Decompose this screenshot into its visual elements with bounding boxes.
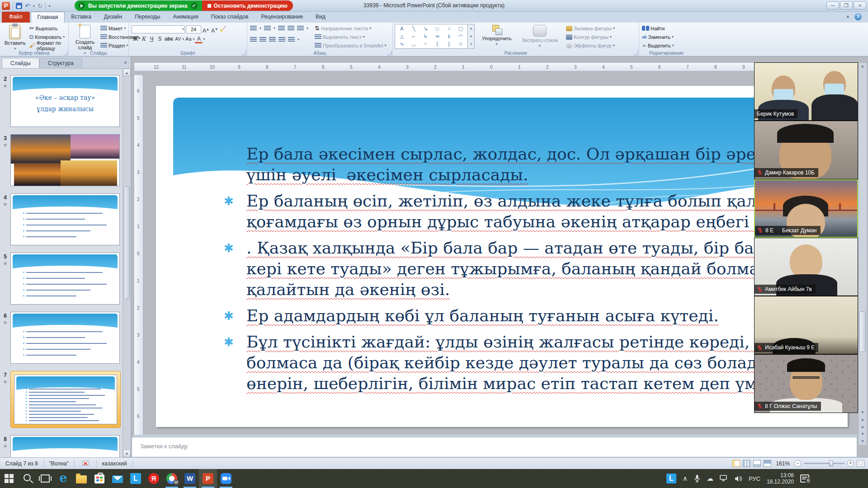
clear-formatting-button[interactable]: 🧹 — [219, 25, 227, 33]
participant-tile[interactable]: 8 ЕБекзат Думан — [754, 179, 858, 238]
participant-tile[interactable]: Амитбек Айбын 7в — [754, 238, 858, 296]
slideshow-view-button[interactable] — [764, 460, 771, 467]
curve-shape-icon[interactable]: ◡ — [408, 40, 420, 48]
strikethrough-button[interactable]: abc — [164, 35, 174, 43]
scrollbar-thumb[interactable] — [859, 311, 866, 352]
shape-fill-button[interactable]: Заливка фигуры▾ — [565, 24, 616, 33]
participant-tile[interactable]: Исабай Куаныш 9 Е — [754, 296, 858, 354]
action-center-icon[interactable]: 6 — [800, 474, 809, 483]
reading-view-button[interactable] — [753, 460, 761, 467]
right-arrow-shape-icon[interactable]: ⇒ — [431, 33, 443, 40]
participant-tile[interactable]: Дамир Какаров 10Б — [754, 121, 858, 179]
arrange-button[interactable]: Упорядочить ▾ — [479, 24, 514, 47]
text-direction-button[interactable]: ⇅Направление текста▾ — [314, 24, 387, 33]
close-panel-icon[interactable]: × — [124, 60, 127, 66]
align-left-button[interactable] — [250, 37, 257, 42]
line-shape-icon[interactable]: ╲ — [408, 25, 420, 33]
slide-thumbnail-7[interactable] — [14, 375, 117, 424]
zoom-level[interactable]: 161% — [776, 460, 790, 467]
grow-font-button[interactable]: А▲ — [202, 25, 210, 33]
scroll-up-icon[interactable]: ▲ — [123, 69, 131, 76]
tray-lightshot-icon[interactable]: L — [666, 474, 676, 483]
taskbar-word-button[interactable]: W — [181, 469, 199, 488]
taskbar-yandex-button[interactable]: Я — [145, 469, 163, 488]
participant-tile[interactable]: 8 Г Олжас Санатұлы — [754, 354, 858, 413]
tab-Показ слайдов[interactable]: Показ слайдов — [205, 12, 255, 23]
smartart-button[interactable]: Преобразовать в SmartArt▾ — [314, 41, 387, 50]
taskbar-mail-button[interactable] — [108, 469, 127, 488]
zoom-slider-thumb[interactable] — [829, 460, 833, 466]
triangle-shape-icon[interactable]: △ — [396, 33, 408, 40]
bold-button[interactable]: Ж — [132, 35, 139, 43]
minimize-button[interactable]: ─ — [826, 1, 839, 9]
scrollbar-thumb[interactable] — [124, 186, 130, 299]
arrow-shape-icon[interactable]: ↘ — [420, 25, 431, 33]
slide-thumbnail-3[interactable] — [10, 134, 120, 186]
slide-canvas[interactable]: ✱Ер бала әкесімен сырлас, жолдас, дос. О… — [156, 86, 848, 427]
spellcheck-status[interactable] — [75, 460, 97, 468]
align-center-button[interactable] — [259, 37, 266, 42]
tray-network-icon[interactable] — [720, 475, 728, 482]
numbering-button[interactable] — [264, 26, 271, 31]
dialog-launcher-icon[interactable] — [634, 51, 638, 55]
align-text-button[interactable]: Выровнять текст▾ — [314, 33, 387, 41]
select-button[interactable]: ➢Выделить▾ — [641, 41, 692, 50]
cut-button[interactable]: ✂Вырезать — [28, 24, 66, 33]
onedrive-cloud-icon[interactable]: ☁ — [707, 474, 713, 483]
slide-scrollbar[interactable]: ▲ ▼ ▲▲ ▼▼ — [858, 62, 867, 446]
undo-icon[interactable]: ↶ — [25, 3, 30, 9]
arc-shape-icon[interactable]: ◠ — [455, 33, 467, 40]
participant-tile[interactable]: Берик Кутумов — [754, 62, 858, 121]
tray-speaker-icon[interactable] — [735, 475, 742, 482]
columns-button[interactable] — [288, 37, 295, 42]
input-language-indicator[interactable]: РУС — [749, 475, 760, 482]
scroll-down-icon[interactable]: ▼ — [859, 409, 867, 416]
slide-sorter-view-button[interactable] — [743, 460, 750, 467]
shape-outline-button[interactable]: Контур фигуры▾ — [565, 33, 616, 41]
rounded-rectangle-shape-icon[interactable]: ▢ — [455, 25, 467, 33]
tab-Вид[interactable]: Вид — [309, 12, 332, 23]
theme-name[interactable]: "Волна" — [44, 460, 75, 468]
customize-qat-icon[interactable]: ▾ — [48, 4, 50, 8]
zoom-slider[interactable] — [804, 463, 844, 464]
down-arrow-shape-icon[interactable]: ⇓ — [443, 33, 455, 40]
minimize-ribbon-icon[interactable]: ▲ — [846, 14, 850, 19]
slide-thumbnail-4[interactable] — [10, 193, 120, 245]
taskbar-search-button[interactable] — [18, 469, 36, 488]
slide-thumbnail-8[interactable]: НАЗАРЛАРЫҢЫЗҒА РАХМЕТ! — [10, 435, 120, 457]
maximize-button[interactable]: ❐ — [840, 1, 853, 9]
taskbar-task-view-button[interactable] — [36, 469, 54, 488]
shapes-more-icon[interactable]: ⊽ — [468, 40, 474, 48]
powerpoint-app-icon[interactable]: P — [2, 2, 10, 10]
shrink-font-button[interactable]: А▼ — [211, 25, 218, 33]
justify-button[interactable] — [278, 37, 285, 42]
font-color-button[interactable]: А — [195, 35, 203, 43]
tab-Главная[interactable]: Главная — [31, 12, 65, 23]
scroll-up-icon[interactable]: ▲ — [859, 63, 867, 70]
slide-thumbnail-6[interactable] — [10, 312, 120, 364]
scroll-down-icon[interactable]: ▼ — [123, 450, 131, 457]
previous-slide-icon[interactable]: ▲▲ — [859, 416, 867, 431]
slide-counter[interactable]: Слайд 7 из 8 — [0, 460, 44, 468]
next-slide-icon[interactable]: ▼▼ — [859, 431, 867, 445]
tray-microphone-icon[interactable] — [694, 474, 700, 483]
tab-Файл[interactable]: Файл — [2, 12, 30, 23]
dialog-launcher-icon[interactable] — [242, 51, 246, 55]
decrease-indent-button[interactable] — [278, 26, 285, 31]
italic-button[interactable]: К — [140, 35, 147, 43]
increase-indent-button[interactable] — [288, 26, 294, 31]
save-icon[interactable] — [16, 3, 22, 9]
language-indicator[interactable]: казахский — [97, 460, 133, 468]
text-box-shape-icon[interactable]: A — [396, 25, 408, 33]
redo-icon[interactable]: ↻ — [38, 3, 43, 9]
taskbar-lapp-button[interactable]: L — [127, 469, 145, 488]
tab-Переходы[interactable]: Переходы — [128, 12, 166, 23]
format-painter-button[interactable]: 🖌Формат по образцу — [28, 41, 66, 50]
taskbar-powerpoint-button[interactable]: P — [199, 469, 217, 488]
replace-button[interactable]: abЗаменить▾ — [641, 33, 692, 41]
slides-panel-scrollbar[interactable]: ▲ ▼ — [123, 69, 131, 457]
dialog-launcher-icon[interactable] — [387, 51, 392, 55]
find-button[interactable]: Найти — [641, 24, 692, 33]
taskbar-store-button[interactable] — [90, 469, 108, 488]
hidden-icons-chevron[interactable]: ∧ — [683, 474, 688, 483]
